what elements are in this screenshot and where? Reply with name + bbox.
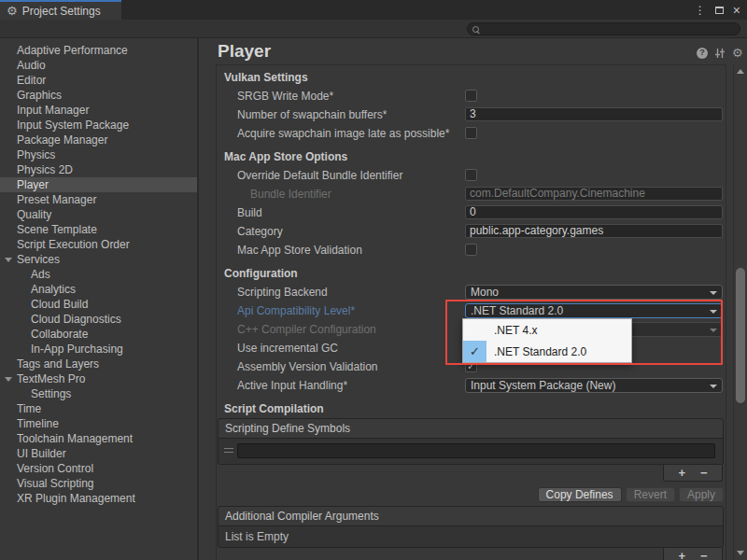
setting-label: Bundle Identifier bbox=[250, 185, 331, 203]
setting-row-category: Categorypublic.app-category.games bbox=[217, 222, 726, 241]
gear-icon[interactable]: ⚙ bbox=[732, 47, 743, 59]
sidebar-item-ads[interactable]: Ads bbox=[0, 267, 197, 282]
sidebar-item-physics[interactable]: Physics bbox=[0, 147, 197, 162]
tab-bar: ⚙ Project Settings ⋮ × bbox=[0, 0, 747, 20]
text-field[interactable]: 3 bbox=[465, 107, 723, 121]
popup-option-net-4-x[interactable]: .NET 4.x bbox=[463, 319, 631, 341]
empty-list-label: List is Empty bbox=[218, 526, 723, 547]
sidebar-item-services[interactable]: Services bbox=[0, 252, 197, 267]
sidebar-item-script-execution-order[interactable]: Script Execution Order bbox=[0, 237, 197, 252]
sidebar-item-version-control[interactable]: Version Control bbox=[0, 461, 197, 476]
sidebar-item-label: Collaborate bbox=[31, 328, 88, 341]
sidebar-item-collaborate[interactable]: Collaborate bbox=[0, 327, 197, 342]
sidebar-item-label: Scene Template bbox=[17, 223, 97, 236]
chevron-down-icon bbox=[710, 310, 717, 314]
sidebar-item-xr-plugin-management[interactable]: XR Plugin Management bbox=[0, 491, 197, 506]
foldout-triangle-icon[interactable] bbox=[5, 258, 12, 262]
sidebar-item-time[interactable]: Time bbox=[0, 401, 197, 416]
sidebar-item-ui-builder[interactable]: UI Builder bbox=[0, 446, 197, 461]
dropdown-active-input-handling[interactable]: Input System Package (New) bbox=[465, 378, 723, 393]
sidebar-item-label: TextMesh Pro bbox=[17, 372, 85, 385]
copy-defines-button[interactable]: Copy Defines bbox=[538, 487, 622, 502]
sidebar-item-label: Settings bbox=[31, 387, 71, 400]
settings-list: Vulkan SettingsSRGB Write Mode*Number of… bbox=[217, 68, 726, 418]
list-footer: + − bbox=[663, 548, 723, 560]
remove-button[interactable]: − bbox=[700, 467, 708, 479]
sidebar-item-label: UI Builder bbox=[17, 447, 66, 460]
add-button[interactable]: + bbox=[678, 467, 685, 479]
sidebar-item-label: Toolchain Management bbox=[17, 432, 133, 445]
sidebar-item-label: Input System Package bbox=[17, 119, 129, 132]
setting-label: Active Input Handling* bbox=[237, 376, 347, 395]
sidebar-item-physics-2d[interactable]: Physics 2D bbox=[0, 162, 197, 177]
text-field[interactable]: public.app-category.games bbox=[465, 224, 723, 238]
dropdown-api-compatibility-level[interactable]: .NET Standard 2.0 bbox=[465, 303, 723, 318]
checkbox[interactable] bbox=[465, 244, 477, 256]
sidebar-item-label: Services bbox=[17, 253, 60, 266]
list-header: Scripting Define Symbols bbox=[218, 419, 723, 439]
sidebar-item-label: Audio bbox=[17, 59, 46, 72]
text-field: com.DefaultCompany.Cinemachine bbox=[465, 187, 723, 201]
checkbox[interactable] bbox=[465, 169, 477, 181]
help-icon[interactable]: ? bbox=[697, 48, 708, 59]
sidebar-item-package-manager[interactable]: Package Manager bbox=[0, 133, 197, 147]
sidebar-item-tags-and-layers[interactable]: Tags and Layers bbox=[0, 357, 197, 371]
sidebar-item-timeline[interactable]: Timeline bbox=[0, 416, 197, 431]
add-button[interactable]: + bbox=[678, 550, 685, 560]
section-configuration: Configuration bbox=[217, 264, 726, 283]
sidebar-item-label: Player bbox=[17, 178, 49, 191]
checkbox[interactable] bbox=[465, 90, 477, 102]
sidebar-item-graphics[interactable]: Graphics bbox=[0, 88, 197, 103]
list-footer: + − bbox=[663, 465, 723, 482]
setting-label: Assembly Version Validation bbox=[237, 357, 378, 376]
additional-compiler-arguments-box: Additional Compiler Arguments List is Em… bbox=[218, 506, 724, 548]
setting-row-acquire-swapchain-image-late-as-possible: Acquire swapchain image late as possible… bbox=[217, 124, 726, 143]
sidebar-item-label: Physics bbox=[17, 148, 55, 161]
selected-check-gutter: ✓ bbox=[463, 341, 486, 362]
define-symbol-row bbox=[218, 439, 723, 464]
sidebar-item-player[interactable]: Player bbox=[0, 177, 197, 192]
text-field[interactable]: 0 bbox=[465, 205, 723, 219]
sidebar-item-audio[interactable]: Audio bbox=[0, 58, 197, 73]
tab-project-settings[interactable]: ⚙ Project Settings bbox=[0, 0, 121, 20]
remove-button[interactable]: − bbox=[700, 550, 708, 560]
sidebar-item-adaptive-performance[interactable]: Adaptive Performance bbox=[0, 43, 197, 58]
close-icon[interactable]: × bbox=[733, 4, 740, 17]
dropdown-scripting-backend[interactable]: Mono bbox=[465, 285, 723, 300]
list-header: Additional Compiler Arguments bbox=[218, 507, 723, 526]
vertical-scrollbar[interactable] bbox=[733, 64, 747, 560]
sidebar-item-cloud-build[interactable]: Cloud Build bbox=[0, 297, 197, 312]
setting-label: SRGB Write Mode* bbox=[237, 87, 333, 105]
sidebar-item-analytics[interactable]: Analytics bbox=[0, 282, 197, 297]
sidebar-item-scene-template[interactable]: Scene Template bbox=[0, 222, 197, 237]
window-controls: ⋮ × bbox=[695, 0, 740, 20]
sidebar-item-label: Timeline bbox=[17, 417, 59, 430]
sidebar-item-cloud-diagnostics[interactable]: Cloud Diagnostics bbox=[0, 312, 197, 327]
sidebar-item-settings[interactable]: Settings bbox=[0, 386, 197, 401]
dropdown-value: .NET Standard 2.0 bbox=[471, 304, 563, 317]
sidebar-item-preset-manager[interactable]: Preset Manager bbox=[0, 192, 197, 207]
scroll-down-icon[interactable] bbox=[737, 551, 744, 555]
search-box[interactable] bbox=[467, 22, 740, 35]
setting-row-override-default-bundle-identifier: Override Default Bundle Identifier bbox=[217, 166, 726, 185]
sidebar-item-editor[interactable]: Editor bbox=[0, 73, 197, 88]
kebab-menu-icon[interactable]: ⋮ bbox=[695, 5, 706, 16]
sidebar-item-visual-scripting[interactable]: Visual Scripting bbox=[0, 476, 197, 491]
sidebar-item-input-manager[interactable]: Input Manager bbox=[0, 103, 197, 118]
scroll-up-icon[interactable] bbox=[737, 69, 744, 74]
sidebar-item-toolchain-management[interactable]: Toolchain Management bbox=[0, 431, 197, 446]
checkbox[interactable] bbox=[465, 127, 477, 139]
scrollbar-thumb[interactable] bbox=[736, 268, 745, 403]
sidebar-item-in-app-purchasing[interactable]: In-App Purchasing bbox=[0, 342, 197, 357]
define-symbol-input[interactable] bbox=[237, 443, 715, 458]
sidebar-item-quality[interactable]: Quality bbox=[0, 207, 197, 222]
presets-icon[interactable] bbox=[714, 48, 726, 59]
maximize-icon[interactable] bbox=[715, 7, 724, 14]
sidebar-item-input-system-package[interactable]: Input System Package bbox=[0, 118, 197, 133]
foldout-triangle-icon[interactable] bbox=[5, 377, 12, 382]
sidebar-item-textmesh-pro[interactable]: TextMesh Pro bbox=[0, 371, 197, 386]
popup-option-net-standard-2-0[interactable]: ✓.NET Standard 2.0 bbox=[463, 341, 631, 362]
sidebar: Adaptive PerformanceAudioEditorGraphicsI… bbox=[0, 38, 197, 560]
drag-handle-icon[interactable] bbox=[224, 448, 233, 453]
search-input[interactable] bbox=[479, 23, 729, 35]
